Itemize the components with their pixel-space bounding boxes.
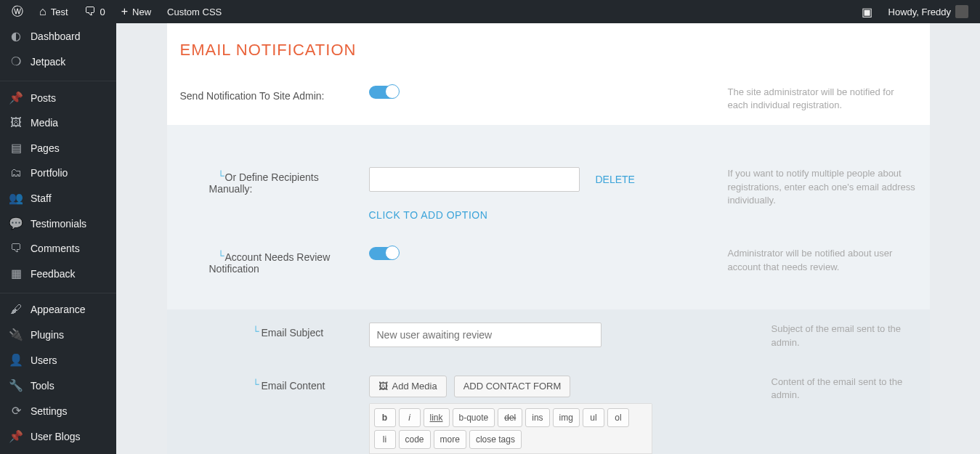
row-email-content: Email Content 🖼Add Media ADD CONTACT FOR… <box>167 362 930 454</box>
qt-li[interactable]: li <box>374 430 396 449</box>
qt-link[interactable]: link <box>424 408 450 427</box>
sidebar-item-settings[interactable]: ⟳Settings <box>0 398 116 423</box>
portfolio-icon: 🗂 <box>9 166 23 179</box>
desc-email-content: Content of the email sent to the admin. <box>772 376 917 402</box>
sidebar-item-tools[interactable]: 🔧Tools <box>0 373 116 398</box>
row-admin-notify: Send Notification To Site Admin: The sit… <box>167 73 930 125</box>
section-title: EMAIL NOTIFICATION <box>167 23 930 73</box>
qt-del[interactable]: del <box>498 408 522 427</box>
control-email-subject <box>369 323 757 347</box>
toggle-knob <box>385 246 400 260</box>
bell-icon: ▣ <box>862 5 872 19</box>
control-email-content: 🖼Add Media ADD CONTACT FORM bilinkb-quot… <box>369 376 757 454</box>
add-option-button[interactable]: CLICK TO ADD OPTION <box>369 209 713 221</box>
sidebar-item-plugins[interactable]: 🔌Plugins <box>0 322 116 347</box>
site-link[interactable]: ⌂Test <box>33 5 74 18</box>
sidebar-item-jetpack[interactable]: ❍Jetpack <box>0 49 116 74</box>
qt-img[interactable]: img <box>553 408 580 427</box>
sidebar-item-label: Staff <box>31 192 52 204</box>
sidebar-item-dashboard[interactable]: ◐Dashboard <box>0 23 116 49</box>
sidebar-item-testimonials[interactable]: 💬Testimonials <box>0 211 116 236</box>
editor-toolbar-wrap: bilinkb-quotedelinsimgulollicodemoreclos… <box>369 403 652 454</box>
sidebar-item-label: Posts <box>31 92 56 104</box>
sidebar-item-label: Tools <box>31 380 54 392</box>
toggle-review-notify[interactable] <box>369 247 398 260</box>
toggle-admin-notify[interactable] <box>369 86 398 99</box>
wp-logo[interactable]: ⓦ <box>6 4 29 20</box>
sidebar-item-label: Plugins <box>31 329 64 341</box>
sidebar-item-user-blogs[interactable]: 📌User Blogs <box>0 423 116 449</box>
comments-link[interactable]: 🗨0 <box>78 5 111 18</box>
sidebar-item-appearance[interactable]: 🖌Appearance <box>0 297 116 322</box>
desc-manual-recipients: If you want to notify multiple people ab… <box>728 167 917 207</box>
label-email-subject: Email Subject <box>180 323 355 339</box>
qt-close-tags[interactable]: close tags <box>469 430 522 449</box>
jetpack-icon: ❍ <box>9 54 23 68</box>
testimonials-icon: 💬 <box>9 216 23 230</box>
sidebar-item-comments[interactable]: 🗨Comments <box>0 236 116 261</box>
sidebar-item-label: Feedback <box>31 268 75 280</box>
email-subject-input[interactable] <box>369 323 602 347</box>
qt-more[interactable]: more <box>434 430 466 449</box>
sidebar-item-media[interactable]: 🖼Media <box>0 110 116 135</box>
sidebar-separator <box>0 78 116 81</box>
qt-i[interactable]: i <box>399 408 421 427</box>
sidebar-item-label: User Blogs <box>31 431 80 442</box>
sidebar-item-pages[interactable]: ▤Pages <box>0 135 116 161</box>
sidebar-item-label: Users <box>31 354 57 366</box>
delete-button[interactable]: DELETE <box>596 174 635 185</box>
users-icon: 👤 <box>9 353 23 367</box>
media-icon: 🖼 <box>9 116 23 129</box>
custom-css-link[interactable]: Custom CSS <box>161 7 227 17</box>
admin-bar-left: ⓦ ⌂Test 🗨0 +New Custom CSS <box>6 4 227 20</box>
control-manual-recipients: DELETE CLICK TO ADD OPTION <box>369 167 713 221</box>
howdy-text: Howdy, Freddy <box>888 7 951 17</box>
appearance-icon: 🖌 <box>9 303 23 316</box>
plus-icon: + <box>121 5 128 18</box>
tools-icon: 🔧 <box>9 378 23 392</box>
site-name: Test <box>51 7 68 17</box>
qt-ins[interactable]: ins <box>525 408 549 427</box>
sidebar-item-label: Media <box>31 117 58 129</box>
comment-icon: 🗨 <box>84 5 96 18</box>
qt-code[interactable]: code <box>399 430 431 449</box>
home-icon: ⌂ <box>39 5 46 18</box>
label-review-notify: Account Needs Review Notification <box>180 247 355 275</box>
sidebar-item-posts[interactable]: 📌Posts <box>0 85 116 110</box>
new-label: New <box>132 7 151 17</box>
sidebar-item-feedback[interactable]: ▦Feedback <box>0 261 116 286</box>
admin-bar: ⓦ ⌂Test 🗨0 +New Custom CSS ▣ Howdy, Fred… <box>0 0 980 23</box>
content-area: EMAIL NOTIFICATION Send Notification To … <box>116 23 980 454</box>
inset-panel: Or Define Recipients Manually: DELETE CL… <box>167 125 930 454</box>
label-admin-notify: Send Notification To Site Admin: <box>180 86 355 102</box>
comments-icon: 🗨 <box>9 242 23 255</box>
sidebar-item-users[interactable]: 👤Users <box>0 347 116 373</box>
row-review-notify: Account Needs Review Notification Admini… <box>167 234 930 288</box>
new-link[interactable]: +New <box>116 5 157 18</box>
wordpress-icon: ⓦ <box>12 4 23 20</box>
qt-ol[interactable]: ol <box>607 408 629 427</box>
comment-count: 0 <box>100 7 105 17</box>
qt-ul[interactable]: ul <box>583 408 604 427</box>
account-link[interactable]: Howdy, Freddy <box>883 5 974 18</box>
qt-b[interactable]: b <box>374 408 396 427</box>
desc-email-subject: Subject of the email sent to the admin. <box>772 323 917 349</box>
admin-sidebar: ◐Dashboard❍Jetpack📌Posts🖼Media▤Pages🗂Por… <box>0 23 116 454</box>
label-manual-recipients: Or Define Recipients Manually: <box>180 167 355 195</box>
control-review-notify <box>369 247 713 260</box>
plugins-icon: 🔌 <box>9 328 23 341</box>
sidebar-item-label: Pages <box>31 142 60 154</box>
feedback-icon: ▦ <box>9 267 23 280</box>
sidebar-separator <box>0 290 116 293</box>
qt-b-quote[interactable]: b-quote <box>453 408 495 427</box>
sidebar-item-staff[interactable]: 👥Staff <box>0 185 116 211</box>
sidebar-item-label: Jetpack <box>31 56 65 68</box>
sidebar-item-label: Portfolio <box>31 167 68 179</box>
add-media-button[interactable]: 🖼Add Media <box>369 376 447 397</box>
recipient-input[interactable] <box>369 167 580 192</box>
notification-icon[interactable]: ▣ <box>856 5 878 19</box>
desc-admin-notify: The site administrator will be notified … <box>728 86 917 112</box>
user-blogs-icon: 📌 <box>9 429 23 443</box>
add-contact-form-button[interactable]: ADD CONTACT FORM <box>454 376 571 397</box>
sidebar-item-portfolio[interactable]: 🗂Portfolio <box>0 161 116 185</box>
